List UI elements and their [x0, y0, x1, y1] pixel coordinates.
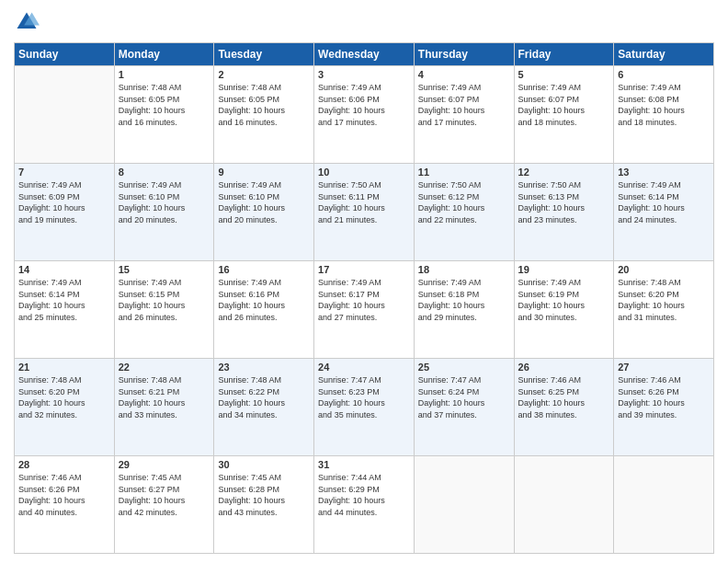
day-info: Sunrise: 7:49 AM Sunset: 6:07 PM Dayligh… — [518, 82, 610, 128]
calendar-day-cell — [514, 456, 614, 554]
day-info: Sunrise: 7:50 AM Sunset: 6:12 PM Dayligh… — [418, 179, 510, 225]
day-of-week-header: Thursday — [414, 43, 514, 66]
day-of-week-header: Tuesday — [214, 43, 314, 66]
day-info: Sunrise: 7:47 AM Sunset: 6:24 PM Dayligh… — [418, 374, 510, 420]
calendar-day-cell: 5Sunrise: 7:49 AM Sunset: 6:07 PM Daylig… — [514, 66, 614, 164]
calendar-day-cell — [15, 66, 115, 164]
calendar-day-cell: 17Sunrise: 7:49 AM Sunset: 6:17 PM Dayli… — [314, 261, 415, 359]
calendar-day-cell: 21Sunrise: 7:48 AM Sunset: 6:20 PM Dayli… — [15, 359, 115, 456]
calendar-day-cell: 11Sunrise: 7:50 AM Sunset: 6:12 PM Dayli… — [414, 164, 514, 261]
calendar-day-cell: 22Sunrise: 7:48 AM Sunset: 6:21 PM Dayli… — [114, 359, 214, 456]
day-number: 23 — [218, 362, 310, 373]
calendar-day-cell: 13Sunrise: 7:49 AM Sunset: 6:14 PM Dayli… — [614, 164, 714, 261]
day-number: 17 — [318, 264, 410, 275]
calendar-day-cell: 3Sunrise: 7:49 AM Sunset: 6:06 PM Daylig… — [314, 66, 415, 164]
day-number: 30 — [218, 459, 310, 470]
calendar-day-cell: 14Sunrise: 7:49 AM Sunset: 6:14 PM Dayli… — [15, 261, 115, 359]
calendar-day-cell: 30Sunrise: 7:45 AM Sunset: 6:28 PM Dayli… — [214, 456, 314, 554]
calendar-header-row: SundayMondayTuesdayWednesdayThursdayFrid… — [15, 43, 714, 66]
day-info: Sunrise: 7:48 AM Sunset: 6:05 PM Dayligh… — [218, 82, 310, 128]
day-info: Sunrise: 7:47 AM Sunset: 6:23 PM Dayligh… — [318, 374, 410, 420]
day-number: 28 — [18, 459, 110, 470]
day-number: 15 — [119, 264, 210, 275]
calendar-week-row: 14Sunrise: 7:49 AM Sunset: 6:14 PM Dayli… — [15, 261, 714, 359]
day-number: 11 — [418, 167, 510, 178]
day-of-week-header: Sunday — [15, 43, 115, 66]
calendar-week-row: 21Sunrise: 7:48 AM Sunset: 6:20 PM Dayli… — [15, 359, 714, 456]
calendar-week-row: 7Sunrise: 7:49 AM Sunset: 6:09 PM Daylig… — [15, 164, 714, 261]
calendar: SundayMondayTuesdayWednesdayThursdayFrid… — [14, 42, 714, 554]
day-number: 1 — [119, 69, 210, 80]
day-number: 8 — [119, 167, 210, 178]
day-number: 4 — [418, 69, 510, 80]
day-number: 20 — [618, 264, 710, 275]
day-number: 29 — [119, 459, 210, 470]
day-info: Sunrise: 7:46 AM Sunset: 6:26 PM Dayligh… — [18, 472, 110, 518]
day-number: 21 — [18, 362, 110, 373]
calendar-day-cell: 25Sunrise: 7:47 AM Sunset: 6:24 PM Dayli… — [414, 359, 514, 456]
day-number: 31 — [318, 459, 410, 470]
page: SundayMondayTuesdayWednesdayThursdayFrid… — [0, 0, 728, 563]
day-number: 2 — [218, 69, 310, 80]
day-info: Sunrise: 7:49 AM Sunset: 6:06 PM Dayligh… — [318, 82, 410, 128]
day-info: Sunrise: 7:50 AM Sunset: 6:11 PM Dayligh… — [318, 179, 410, 225]
day-info: Sunrise: 7:48 AM Sunset: 6:21 PM Dayligh… — [119, 374, 210, 420]
day-info: Sunrise: 7:48 AM Sunset: 6:22 PM Dayligh… — [218, 374, 310, 420]
day-of-week-header: Wednesday — [314, 43, 415, 66]
calendar-day-cell: 23Sunrise: 7:48 AM Sunset: 6:22 PM Dayli… — [214, 359, 314, 456]
day-info: Sunrise: 7:49 AM Sunset: 6:09 PM Dayligh… — [18, 179, 110, 225]
day-number: 24 — [318, 362, 410, 373]
day-of-week-header: Friday — [514, 43, 614, 66]
calendar-day-cell: 20Sunrise: 7:48 AM Sunset: 6:20 PM Dayli… — [614, 261, 714, 359]
calendar-day-cell: 6Sunrise: 7:49 AM Sunset: 6:08 PM Daylig… — [614, 66, 714, 164]
day-number: 9 — [218, 167, 310, 178]
day-number: 7 — [18, 167, 110, 178]
day-info: Sunrise: 7:49 AM Sunset: 6:10 PM Dayligh… — [119, 179, 210, 225]
day-info: Sunrise: 7:49 AM Sunset: 6:14 PM Dayligh… — [18, 277, 110, 323]
day-number: 10 — [318, 167, 410, 178]
calendar-day-cell: 10Sunrise: 7:50 AM Sunset: 6:11 PM Dayli… — [314, 164, 415, 261]
day-info: Sunrise: 7:50 AM Sunset: 6:13 PM Dayligh… — [518, 179, 610, 225]
day-info: Sunrise: 7:46 AM Sunset: 6:25 PM Dayligh… — [518, 374, 610, 420]
calendar-day-cell: 19Sunrise: 7:49 AM Sunset: 6:19 PM Dayli… — [514, 261, 614, 359]
calendar-day-cell: 24Sunrise: 7:47 AM Sunset: 6:23 PM Dayli… — [314, 359, 415, 456]
calendar-day-cell: 28Sunrise: 7:46 AM Sunset: 6:26 PM Dayli… — [15, 456, 115, 554]
calendar-day-cell: 12Sunrise: 7:50 AM Sunset: 6:13 PM Dayli… — [514, 164, 614, 261]
calendar-day-cell: 27Sunrise: 7:46 AM Sunset: 6:26 PM Dayli… — [614, 359, 714, 456]
logo-icon — [14, 9, 40, 35]
day-info: Sunrise: 7:49 AM Sunset: 6:14 PM Dayligh… — [618, 179, 710, 225]
calendar-day-cell: 7Sunrise: 7:49 AM Sunset: 6:09 PM Daylig… — [15, 164, 115, 261]
day-number: 26 — [518, 362, 610, 373]
calendar-day-cell: 2Sunrise: 7:48 AM Sunset: 6:05 PM Daylig… — [214, 66, 314, 164]
day-number: 14 — [18, 264, 110, 275]
day-number: 13 — [618, 167, 710, 178]
day-info: Sunrise: 7:49 AM Sunset: 6:08 PM Dayligh… — [618, 82, 710, 128]
day-info: Sunrise: 7:49 AM Sunset: 6:17 PM Dayligh… — [318, 277, 410, 323]
day-number: 25 — [418, 362, 510, 373]
day-info: Sunrise: 7:49 AM Sunset: 6:16 PM Dayligh… — [218, 277, 310, 323]
day-number: 6 — [618, 69, 710, 80]
calendar-day-cell — [414, 456, 514, 554]
day-of-week-header: Saturday — [614, 43, 714, 66]
day-info: Sunrise: 7:49 AM Sunset: 6:10 PM Dayligh… — [218, 179, 310, 225]
calendar-day-cell: 8Sunrise: 7:49 AM Sunset: 6:10 PM Daylig… — [114, 164, 214, 261]
calendar-day-cell: 29Sunrise: 7:45 AM Sunset: 6:27 PM Dayli… — [114, 456, 214, 554]
day-info: Sunrise: 7:49 AM Sunset: 6:15 PM Dayligh… — [119, 277, 210, 323]
day-info: Sunrise: 7:44 AM Sunset: 6:29 PM Dayligh… — [318, 472, 410, 518]
calendar-day-cell: 1Sunrise: 7:48 AM Sunset: 6:05 PM Daylig… — [114, 66, 214, 164]
calendar-day-cell — [614, 456, 714, 554]
calendar-week-row: 1Sunrise: 7:48 AM Sunset: 6:05 PM Daylig… — [15, 66, 714, 164]
day-of-week-header: Monday — [114, 43, 214, 66]
day-number: 27 — [618, 362, 710, 373]
calendar-day-cell: 26Sunrise: 7:46 AM Sunset: 6:25 PM Dayli… — [514, 359, 614, 456]
day-number: 12 — [518, 167, 610, 178]
calendar-week-row: 28Sunrise: 7:46 AM Sunset: 6:26 PM Dayli… — [15, 456, 714, 554]
day-info: Sunrise: 7:45 AM Sunset: 6:28 PM Dayligh… — [218, 472, 310, 518]
calendar-day-cell: 18Sunrise: 7:49 AM Sunset: 6:18 PM Dayli… — [414, 261, 514, 359]
day-info: Sunrise: 7:46 AM Sunset: 6:26 PM Dayligh… — [618, 374, 710, 420]
calendar-day-cell: 4Sunrise: 7:49 AM Sunset: 6:07 PM Daylig… — [414, 66, 514, 164]
day-number: 18 — [418, 264, 510, 275]
day-number: 3 — [318, 69, 410, 80]
calendar-day-cell: 16Sunrise: 7:49 AM Sunset: 6:16 PM Dayli… — [214, 261, 314, 359]
logo — [14, 9, 43, 35]
